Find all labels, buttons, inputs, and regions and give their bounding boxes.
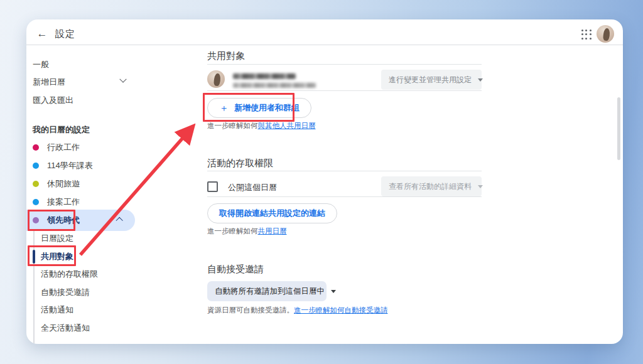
- share-learn-more: 進一步瞭解如何與其他人共用日曆: [207, 121, 316, 131]
- get-shareable-link-button[interactable]: 取得開啟連結共用設定的連結: [207, 203, 337, 223]
- apps-grid-icon[interactable]: [581, 29, 592, 40]
- learn-more-prefix: 進一步瞭解如何: [207, 227, 258, 235]
- divider: [207, 64, 482, 65]
- dropdown-value: 自動將所有邀請加到這個日曆中: [215, 286, 325, 297]
- account-avatar[interactable]: [597, 25, 614, 43]
- caret-down-icon: [331, 290, 336, 293]
- calendar-color-dot: [33, 199, 39, 205]
- sidebar-item-import-export[interactable]: 匯入及匯出: [33, 94, 73, 107]
- auto-accept-caption: 資源日曆可自動接受邀請。進一步瞭解如何自動接受邀請: [207, 306, 388, 315]
- access-learn-more: 進一步瞭解如何共用日曆: [207, 227, 287, 236]
- get-shareable-link-label: 取得開啟連結共用設定的連結: [219, 208, 325, 219]
- chevron-down-icon: [119, 76, 126, 83]
- page-background: ← 設定 一般 新增日曆 匯入及匯出 我的日曆的設定 行政工作 114學年課表 …: [0, 0, 643, 364]
- auto-accept-learn-more-link[interactable]: 進一步瞭解如何自動接受邀請: [294, 306, 388, 314]
- header-divider: [26, 45, 623, 45]
- subitem-calendar-settings[interactable]: 日曆設定: [41, 232, 73, 245]
- dropdown-value: 進行變更並管理共用設定: [389, 75, 472, 85]
- subitem-event-access[interactable]: 活動的存取權限: [41, 268, 98, 281]
- calendar-color-dot: [33, 163, 39, 169]
- auto-accept-section-title: 自動接受邀請: [207, 264, 264, 276]
- annotation-box-add-button: [203, 93, 294, 122]
- back-button[interactable]: ←: [34, 26, 50, 42]
- redacted-user-name: [233, 73, 296, 79]
- calendar-color-dot: [33, 181, 39, 187]
- sidebar-calendar-schedule[interactable]: 114學年課表: [33, 159, 93, 172]
- sidebar-item-general[interactable]: 一般: [33, 58, 49, 71]
- calendar-label: 休閒旅遊: [47, 178, 80, 190]
- public-calendar-checkbox[interactable]: [207, 181, 218, 192]
- public-calendar-label: 公開這個日曆: [228, 182, 277, 193]
- settings-window: ← 設定 一般 新增日曆 匯入及匯出 我的日曆的設定 行政工作 114學年課表 …: [26, 19, 623, 344]
- annotation-box-share-subitem: [28, 245, 76, 266]
- public-permission-dropdown[interactable]: 查看所有活動的詳細資料: [381, 176, 482, 196]
- share-calendar-link[interactable]: 共用日曆: [258, 227, 287, 235]
- sidebar-calendar-freelance[interactable]: 接案工作: [33, 196, 80, 208]
- sidebar-calendar-leisure[interactable]: 休閒旅遊: [33, 178, 80, 190]
- divider: [207, 90, 482, 91]
- owner-permission-dropdown[interactable]: 進行變更並管理共用設定: [381, 70, 482, 90]
- sidebar-calendar-admin[interactable]: 行政工作: [33, 141, 80, 154]
- shared-user-avatar: [207, 70, 225, 88]
- divider: [207, 196, 482, 197]
- caption-prefix: 資源日曆可自動接受邀請。: [207, 306, 294, 314]
- caret-down-icon: [478, 185, 483, 188]
- page-title: 設定: [55, 28, 75, 40]
- subitem-event-notifications[interactable]: 活動通知: [41, 304, 73, 316]
- share-section-title: 共用對象: [207, 50, 245, 62]
- auto-accept-dropdown[interactable]: 自動將所有邀請加到這個日曆中: [207, 281, 327, 301]
- divider: [207, 171, 482, 171]
- calendar-label: 行政工作: [47, 142, 80, 153]
- dropdown-value: 查看所有活動的詳細資料: [389, 181, 472, 192]
- calendar-label: 114學年課表: [47, 160, 93, 171]
- sidebar-item-add-calendar[interactable]: 新增日曆: [33, 76, 65, 88]
- learn-more-prefix: 進一步瞭解如何: [207, 122, 258, 129]
- subitem-auto-accept[interactable]: 自動接受邀請: [41, 286, 90, 299]
- subitem-allday-notifications[interactable]: 全天活動通知: [41, 322, 90, 335]
- calendar-color-dot: [33, 144, 39, 151]
- share-with-others-link[interactable]: 與其他人共用日曆: [258, 122, 316, 129]
- scrollbar-thumb[interactable]: [617, 97, 620, 160]
- calendar-label: 接案工作: [47, 196, 80, 208]
- access-section-title: 活動的存取權限: [207, 158, 273, 169]
- annotation-box-selected-calendar: [28, 210, 75, 231]
- caret-down-icon: [478, 78, 483, 82]
- sidebar-section-title: 我的日曆的設定: [33, 124, 90, 136]
- redacted-user-email: [233, 83, 316, 88]
